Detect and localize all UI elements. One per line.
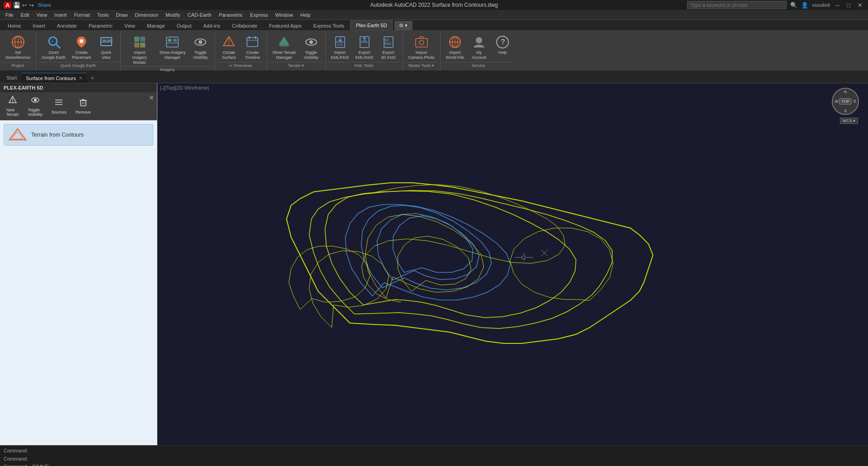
ribbon-group-kml-tools-buttons: KML ImportKML/KMZ KML ExportKML/KMZ 3DKM… bbox=[327, 33, 401, 62]
doc-tab-surface-from-contours[interactable]: Surface from Contours ✕ bbox=[21, 73, 87, 83]
tab-home[interactable]: Home bbox=[2, 21, 27, 30]
help-btn[interactable]: ? Help bbox=[491, 33, 514, 57]
zoom-google-earth-icon: + bbox=[47, 35, 61, 49]
menu-item-insert[interactable]: Insert bbox=[51, 11, 71, 19]
menu-item-draw[interactable]: Draw bbox=[112, 11, 131, 19]
create-timeline-label: CreateTimeline bbox=[245, 50, 260, 60]
show-terrain-manager-btn[interactable]: Show TerrainManager bbox=[270, 33, 299, 62]
svg-text:?: ? bbox=[501, 38, 505, 46]
toggle-terrain-visibility-icon bbox=[304, 35, 318, 49]
svg-point-46 bbox=[476, 37, 482, 43]
svg-rect-17 bbox=[168, 39, 171, 42]
show-imagery-manager-btn[interactable]: Show ImageryManager bbox=[157, 33, 189, 62]
tab-options[interactable]: ⚙ ▾ bbox=[394, 21, 412, 30]
menu-item-modify[interactable]: Modify bbox=[162, 11, 184, 19]
tab-manage[interactable]: Manage bbox=[141, 21, 171, 30]
help-label: Help bbox=[498, 50, 507, 55]
set-georeference-btn[interactable]: SetGeoreference bbox=[3, 33, 33, 62]
import-camera-photo-btn[interactable]: ImportCamera Photo bbox=[406, 33, 437, 62]
compass-circle: N S E W TOP bbox=[832, 88, 859, 115]
menu-item-file[interactable]: File bbox=[2, 11, 17, 19]
remove-label: Remove bbox=[76, 110, 91, 114]
compass-top-btn[interactable]: TOP bbox=[839, 98, 852, 105]
zoom-google-earth-btn[interactable]: + ZoomGoogle Earth bbox=[39, 33, 68, 62]
window-maximize-btn[interactable]: □ bbox=[845, 2, 852, 9]
menu-item-window[interactable]: Window bbox=[272, 11, 297, 19]
doc-tab-close-btn[interactable]: ✕ bbox=[79, 76, 82, 81]
tab-plex-earth-5d[interactable]: Plex-Earth 5D bbox=[350, 20, 393, 30]
import-camera-photo-icon bbox=[414, 35, 429, 49]
menu-item-express[interactable]: Express bbox=[247, 11, 272, 19]
tab-view[interactable]: View bbox=[119, 21, 141, 30]
wcs-label[interactable]: WCS ▾ bbox=[840, 118, 859, 124]
viewport[interactable]: [-][Top][2D Wireframe] bbox=[157, 83, 868, 445]
my-account-btn[interactable]: MyAccount bbox=[468, 33, 490, 62]
panel-toggle-visibility-btn[interactable]: ToggleVisibility bbox=[24, 94, 46, 118]
tab-insert[interactable]: Insert bbox=[27, 21, 51, 30]
doc-tab-add-btn[interactable]: + bbox=[87, 73, 98, 83]
menu-item-dimension[interactable]: Dimension bbox=[131, 11, 162, 19]
tab-featured-apps[interactable]: Featured Apps bbox=[263, 21, 308, 30]
toggle-terrain-visibility-label: ToggleVisibility bbox=[304, 50, 318, 60]
viewport-label: [-][Top][2D Wireframe] bbox=[160, 85, 209, 90]
create-surface-btn[interactable]: CreateSurface bbox=[218, 33, 240, 62]
doc-tab-start[interactable]: Start bbox=[2, 73, 21, 83]
quick-access-undo[interactable]: ↩ bbox=[22, 2, 27, 9]
import-imagery-mosaic-icon bbox=[133, 35, 147, 49]
import-kml-kmz-btn[interactable]: KML ImportKML/KMZ bbox=[328, 33, 352, 62]
title-search-input[interactable] bbox=[687, 1, 787, 9]
export-3d-kmz-icon: 3DKMZ bbox=[381, 35, 396, 49]
tab-collaborate[interactable]: Collaborate bbox=[226, 21, 263, 30]
terrain-item-contours[interactable]: Terrain from Contours bbox=[4, 124, 153, 146]
ribbon: SetGeoreference Project + ZoomGoogle Ear… bbox=[0, 31, 868, 71]
toggle-terrain-visibility-btn[interactable]: ToggleVisibility bbox=[300, 33, 323, 62]
window-close-btn[interactable]: ✕ bbox=[856, 2, 864, 9]
menu-item-edit[interactable]: Edit bbox=[17, 11, 33, 19]
menu-item-tools[interactable]: Tools bbox=[94, 11, 113, 19]
menu-item-help[interactable]: Help bbox=[297, 11, 314, 19]
quick-access-share[interactable]: Share bbox=[38, 2, 51, 8]
quick-access-save[interactable]: 💾 bbox=[13, 2, 20, 9]
search-icon[interactable]: 🔍 bbox=[790, 2, 797, 9]
import-kml-kmz-icon: KML bbox=[333, 35, 347, 49]
menu-item-cad-earth[interactable]: CAD-Earth bbox=[184, 11, 215, 19]
quick-view-label: QuickView bbox=[101, 50, 111, 60]
svg-rect-10 bbox=[107, 39, 111, 42]
panel-close-btn[interactable]: ✕ bbox=[149, 94, 154, 101]
menu-item-view[interactable]: View bbox=[33, 11, 51, 19]
import-world-file-btn[interactable]: ImportWorld File bbox=[443, 33, 467, 62]
tab-output[interactable]: Output bbox=[171, 21, 198, 30]
create-placemark-icon bbox=[74, 35, 89, 49]
menu-item-parametric[interactable]: Parametric bbox=[215, 11, 247, 19]
title-bar-left: A 💾 ↩ ↪ Share bbox=[4, 2, 51, 9]
tab-parametric[interactable]: Parametric bbox=[83, 21, 119, 30]
menu-item-format[interactable]: Format bbox=[71, 11, 94, 19]
create-placemark-btn[interactable]: CreatePlacemark bbox=[69, 33, 94, 62]
terrain-group-label: Terrain ▾ bbox=[269, 62, 323, 69]
export-3d-kmz-btn[interactable]: 3DKMZ Export3D KMZ bbox=[377, 33, 400, 62]
svg-rect-13 bbox=[140, 37, 145, 42]
remove-btn[interactable]: Remove bbox=[72, 96, 95, 116]
kml-tools-group-label: KML Tools bbox=[327, 62, 401, 69]
title-bar-right: 🔍 👤 vsoulioti ─ □ ✕ bbox=[687, 1, 864, 9]
doc-tab-surface-label: Surface from Contours bbox=[26, 76, 76, 81]
new-terrain-icon bbox=[8, 95, 17, 107]
export-kml-kmz-btn[interactable]: KML ExportKML/KMZ bbox=[353, 33, 376, 62]
sources-btn[interactable]: Sources bbox=[48, 96, 70, 116]
ribbon-group-project-buttons: SetGeoreference bbox=[2, 33, 34, 62]
terrain-item-label: Terrain from Contours bbox=[31, 132, 84, 138]
app-logo[interactable]: A bbox=[4, 2, 11, 9]
quick-access-redo[interactable]: ↪ bbox=[29, 2, 34, 9]
command-line-2: Command: bbox=[4, 455, 864, 463]
import-imagery-mosaic-btn[interactable]: Import ImageryMosaic bbox=[123, 33, 156, 66]
command-history: Command: Command: Command: _QSAVE bbox=[0, 446, 868, 466]
new-terrain-btn[interactable]: NewTerrain bbox=[3, 94, 23, 118]
quick-view-btn[interactable]: QuickView bbox=[95, 33, 118, 62]
my-account-label: MyAccount bbox=[472, 50, 487, 60]
toggle-imagery-visibility-btn[interactable]: ToggleVisibility bbox=[189, 33, 212, 62]
tab-add-ins[interactable]: Add-ins bbox=[198, 21, 226, 30]
tab-express-tools[interactable]: Express Tools bbox=[308, 21, 350, 30]
window-minimize-btn[interactable]: ─ bbox=[834, 2, 841, 9]
tab-annotate[interactable]: Annotate bbox=[51, 21, 83, 30]
create-timeline-btn[interactable]: CreateTimeline bbox=[241, 33, 264, 62]
